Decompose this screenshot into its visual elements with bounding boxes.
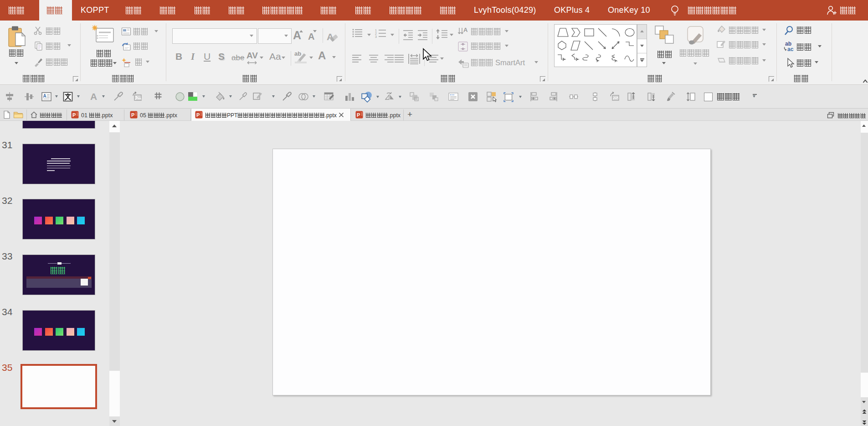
svg-text:ac: ac <box>787 46 794 52</box>
svg-text:A: A <box>463 26 468 33</box>
svg-text:P: P <box>131 112 134 118</box>
svg-text:P: P <box>357 112 360 118</box>
svg-text:1: 1 <box>375 29 377 32</box>
svg-text:3: 3 <box>375 35 377 38</box>
svg-text:P: P <box>196 112 200 118</box>
svg-text:ab: ab <box>294 50 301 57</box>
svg-text:A: A <box>43 94 46 99</box>
svg-text:2: 2 <box>375 32 377 35</box>
svg-text:P: P <box>72 112 76 118</box>
